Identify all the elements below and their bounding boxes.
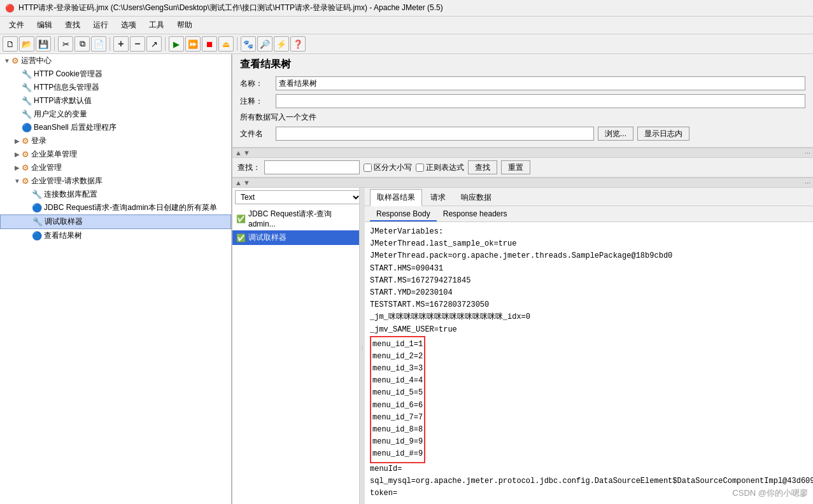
- tree-item-10[interactable]: 🔧连接数据库配置: [0, 188, 231, 201]
- reset-button[interactable]: 重置: [501, 160, 530, 174]
- menu-id-line-0: menu_id_1=1: [372, 340, 423, 349]
- divider-arrows-left: ▲ ▼: [235, 149, 250, 157]
- comment-input[interactable]: [276, 94, 805, 108]
- file-row: 文件名 浏览... 显示日志内: [240, 127, 805, 141]
- name-input[interactable]: [276, 76, 805, 90]
- tree-label-3: HTTP请求默认值: [34, 95, 92, 106]
- menu-id-line-9: menu_id_#=9: [372, 449, 423, 458]
- copy-toolbar-btn[interactable]: ⧉: [74, 36, 90, 52]
- tree-arrow-7: ▶: [13, 151, 22, 158]
- tree-label-1: HTTP Cookie管理器: [34, 69, 103, 80]
- toolbar: 🗋📂💾✂⧉📄+−↗▶⏩⏹⏏🐾🔎⚡❓: [0, 34, 813, 54]
- menu-item-文件[interactable]: 文件: [3, 18, 31, 32]
- tree-item-7[interactable]: ▶⚙企业菜单管理: [0, 148, 231, 161]
- menu-item-工具[interactable]: 工具: [143, 18, 171, 32]
- tree-icon-5: 🔵: [22, 123, 32, 132]
- menu-item-查找[interactable]: 查找: [59, 18, 87, 32]
- tree-label-5: BeanShell 后置处理程序: [34, 122, 117, 133]
- menu-item-运行[interactable]: 运行: [87, 18, 115, 32]
- tree-item-1[interactable]: 🔧HTTP Cookie管理器: [0, 67, 231, 81]
- tree-label-9: 企业管理-请求数据库: [31, 176, 103, 186]
- tabs-row: 取样器结果请求响应数据: [365, 188, 813, 206]
- add-toolbar-btn[interactable]: +: [113, 36, 129, 52]
- tree-item-4[interactable]: 🔧用户定义的变量: [0, 108, 231, 121]
- search-row: 查找： 区分大小写 正则表达式 查找 重置: [232, 158, 813, 178]
- panel-title: 查看结果树: [240, 58, 805, 71]
- show-log-button[interactable]: 显示日志内: [637, 127, 689, 141]
- tree-item-2[interactable]: 🔧HTTP信息头管理器: [0, 81, 231, 94]
- help-toolbar-btn[interactable]: ❓: [290, 36, 306, 52]
- sub-tab-0[interactable]: Response Body: [370, 207, 437, 221]
- remove-toolbar-btn[interactable]: −: [130, 36, 145, 52]
- menu-item-编辑[interactable]: 编辑: [31, 18, 59, 32]
- regex-checkbox[interactable]: [416, 164, 424, 172]
- cut2-toolbar-btn[interactable]: ⚡: [274, 36, 289, 52]
- tree-icon-12: 🔧: [32, 217, 43, 227]
- tree-icon-13: 🔵: [32, 231, 42, 241]
- tree-label-10: 连接数据库配置: [44, 189, 97, 200]
- drag-handle[interactable]: ⋮: [360, 188, 365, 504]
- remote-toolbar-btn[interactable]: ↗: [146, 36, 162, 52]
- main-layout: ▼⚙运营中心🔧HTTP Cookie管理器🔧HTTP信息头管理器🔧HTTP请求默…: [0, 54, 813, 504]
- tree-icon-0: ⚙: [11, 56, 19, 66]
- file-input[interactable]: [276, 127, 594, 141]
- save-toolbar-btn[interactable]: 💾: [36, 36, 51, 52]
- tree-label-2: HTTP信息头管理器: [34, 82, 99, 93]
- results-item-0[interactable]: ✅JDBC Request请求-查询admin...: [232, 207, 359, 230]
- text-selector[interactable]: Text: [235, 190, 360, 204]
- tab-2[interactable]: 响应数据: [454, 189, 498, 206]
- tree-label-7: 企业菜单管理: [31, 149, 77, 160]
- response-pre-text: JMeterVariables: JMeterThread.last_sampl…: [370, 227, 672, 334]
- menu-id-line-5: menu_id_6=6: [372, 401, 423, 410]
- bottom-section: Text ✅JDBC Request请求-查询admin...✅调试取样器 ⋮ …: [232, 188, 813, 504]
- tree-icon-4: 🔧: [22, 109, 32, 119]
- start-toolbar-btn[interactable]: ▶: [169, 36, 184, 52]
- tree-arrow-8: ▶: [13, 164, 22, 171]
- menu-bar: 文件编辑查找运行选项工具帮助: [0, 17, 813, 34]
- results-item-1[interactable]: ✅调试取样器: [232, 230, 359, 245]
- clear-all-toolbar-btn[interactable]: 🐾: [241, 36, 256, 52]
- watermark: CSDN @你的小嗯廖: [732, 487, 808, 499]
- tree-item-0[interactable]: ▼⚙运营中心: [0, 54, 231, 67]
- tree-item-9[interactable]: ▼⚙企业管理-请求数据库: [0, 174, 231, 188]
- name-label: 名称：: [240, 78, 272, 89]
- tree-icon-10: 🔧: [32, 190, 42, 199]
- comment-row: 注释：: [240, 94, 805, 108]
- tree-arrow-0: ▼: [3, 57, 11, 64]
- menu-item-帮助[interactable]: 帮助: [171, 18, 199, 32]
- open-toolbar-btn[interactable]: 📂: [19, 36, 34, 52]
- tab-1[interactable]: 请求: [423, 189, 453, 206]
- results-label-1: 调试取样器: [248, 232, 286, 243]
- results-label-0: JDBC Request请求-查询admin...: [248, 209, 355, 228]
- new-toolbar-btn[interactable]: 🗋: [3, 36, 18, 52]
- content-area[interactable]: JMeterVariables: JMeterThread.last_sampl…: [365, 222, 813, 504]
- search-button[interactable]: 查找: [468, 160, 497, 174]
- tree-arrow-6: ▶: [13, 137, 22, 144]
- sub-tab-1[interactable]: Response headers: [437, 207, 514, 221]
- regex-label: 正则表达式: [416, 162, 464, 173]
- tree-label-13: 查看结果树: [44, 230, 82, 241]
- comment-label: 注释：: [240, 96, 272, 107]
- tree-item-11[interactable]: 🔵JDBC Request请求-查询admin本日创建的所有菜单: [0, 201, 231, 214]
- tree-item-3[interactable]: 🔧HTTP请求默认值: [0, 94, 231, 108]
- start-nopause-toolbar-btn[interactable]: ⏩: [185, 36, 201, 52]
- case-sensitive-checkbox[interactable]: [364, 164, 372, 172]
- results-panel: Text ✅JDBC Request请求-查询admin...✅调试取样器: [232, 188, 360, 504]
- tab-0[interactable]: 取样器结果: [370, 189, 422, 206]
- file-label: 文件名: [240, 129, 272, 139]
- menu-id-line-8: menu_id_9=9: [372, 437, 423, 446]
- paste-toolbar-btn[interactable]: 📄: [91, 36, 106, 52]
- shutdown-toolbar-btn[interactable]: ⏏: [218, 36, 234, 52]
- tree-item-5[interactable]: 🔵BeanShell 后置处理程序: [0, 121, 231, 134]
- tree-item-12[interactable]: 🔧调试取样器: [0, 214, 231, 229]
- stop-toolbar-btn[interactable]: ⏹: [202, 36, 217, 52]
- tree-item-13[interactable]: 🔵查看结果树: [0, 229, 231, 242]
- browse-button[interactable]: 浏览...: [598, 127, 633, 141]
- menu-item-选项[interactable]: 选项: [115, 18, 143, 32]
- tree-item-8[interactable]: ▶⚙企业管理: [0, 161, 231, 174]
- tree-label-6: 登录: [31, 136, 46, 146]
- cut-toolbar-btn[interactable]: ✂: [58, 36, 73, 52]
- tree-item-6[interactable]: ▶⚙登录: [0, 134, 231, 148]
- search-input[interactable]: [264, 160, 360, 174]
- search-toolbar-btn[interactable]: 🔎: [257, 36, 272, 52]
